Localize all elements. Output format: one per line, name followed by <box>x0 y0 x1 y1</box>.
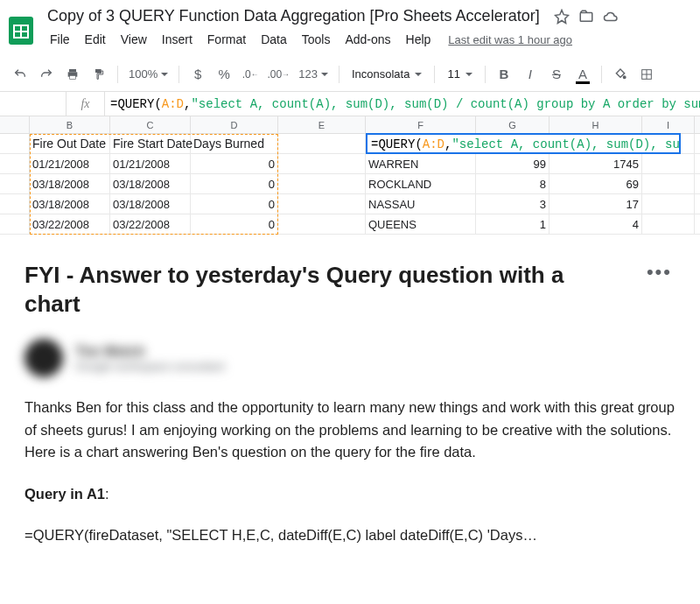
col-header-d[interactable]: D <box>191 116 278 133</box>
italic-button[interactable]: I <box>519 63 542 86</box>
cell[interactable] <box>278 154 366 173</box>
last-edit-link[interactable]: Last edit was 1 hour ago <box>448 33 572 46</box>
cloud-icon[interactable] <box>603 9 619 27</box>
header-cell[interactable]: Fire Out Date <box>30 134 110 153</box>
cell[interactable] <box>642 154 695 173</box>
cell[interactable] <box>278 174 366 193</box>
toolbar-separator <box>601 66 602 83</box>
cell[interactable]: ROCKLAND <box>366 174 476 193</box>
svg-point-9 <box>623 76 626 79</box>
cell[interactable]: 8 <box>476 174 550 193</box>
cell[interactable]: 4 <box>550 214 642 234</box>
cell[interactable]: 0 <box>191 154 278 173</box>
col-header-h[interactable]: H <box>550 116 642 133</box>
chevron-down-icon <box>415 73 422 76</box>
cell[interactable]: 1 <box>476 214 550 234</box>
menu-data[interactable]: Data <box>255 29 293 50</box>
name-box[interactable] <box>0 92 66 116</box>
menu-tools[interactable]: Tools <box>296 29 337 50</box>
move-icon[interactable] <box>578 9 594 27</box>
cell[interactable]: 69 <box>550 174 642 193</box>
cell[interactable]: 1745 <box>550 154 642 173</box>
spreadsheet-grid[interactable]: B C D E F G H I Fire Out Date Fire Start… <box>0 116 700 235</box>
cell[interactable]: 0 <box>191 214 278 234</box>
cell[interactable]: 03/22/2008 <box>110 214 191 234</box>
col-header-e[interactable]: E <box>278 116 366 133</box>
font-size-select[interactable]: 11 <box>442 67 477 81</box>
menu-bar: File Edit View Insert Format Data Tools … <box>44 27 691 55</box>
font-select[interactable]: Inconsolata <box>346 67 428 81</box>
paint-format-button[interactable] <box>88 63 110 86</box>
table-row[interactable]: 03/18/200803/18/20080ROCKLAND869 <box>0 174 700 194</box>
cell[interactable]: 3 <box>476 194 550 214</box>
header-cell[interactable]: Days Burned <box>191 134 278 153</box>
cell[interactable] <box>278 194 366 214</box>
cell[interactable]: 99 <box>476 154 550 173</box>
cell[interactable]: 03/18/2008 <box>110 194 191 214</box>
borders-button[interactable] <box>635 63 658 86</box>
cell[interactable]: NASSAU <box>366 194 476 214</box>
cell[interactable]: WARREN <box>366 154 476 173</box>
formula-input[interactable]: =QUERY(A:D,"select A, count(A), sum(D), … <box>105 97 700 111</box>
active-cell-editor[interactable]: =QUERY(A:D,"select A, count(A), sum(D), … <box>366 133 681 154</box>
print-button[interactable] <box>61 63 84 86</box>
select-all-corner[interactable] <box>0 116 30 133</box>
cell[interactable]: 17 <box>550 194 642 214</box>
more-formats-button[interactable]: 123 <box>295 67 332 81</box>
menu-addons[interactable]: Add-ons <box>339 29 396 50</box>
sheets-logo-icon[interactable] <box>9 15 33 46</box>
currency-button[interactable]: $ <box>186 63 209 86</box>
cell[interactable]: 03/18/2008 <box>110 174 191 193</box>
cell[interactable]: 01/21/2008 <box>110 154 191 173</box>
svg-rect-5 <box>69 69 76 72</box>
avatar[interactable] <box>24 339 63 377</box>
strikethrough-button[interactable]: S <box>545 63 568 86</box>
fx-label: fx <box>66 92 105 116</box>
chevron-down-icon <box>321 73 328 76</box>
chevron-down-icon <box>466 73 472 76</box>
redo-button[interactable] <box>35 63 58 86</box>
decrease-decimal-button[interactable]: .0← <box>239 63 262 86</box>
col-header-b[interactable]: B <box>30 116 110 133</box>
table-row[interactable]: 03/18/200803/18/20080NASSAU317 <box>0 194 700 214</box>
cell[interactable]: 03/22/2008 <box>30 214 110 234</box>
more-options-button[interactable]: ••• <box>643 261 676 284</box>
bold-button[interactable]: B <box>493 63 515 86</box>
cell[interactable] <box>642 214 695 234</box>
toolbar-separator <box>485 66 486 83</box>
cell[interactable]: 0 <box>191 194 278 214</box>
cell[interactable] <box>642 194 695 214</box>
document-title[interactable]: Copy of 3 QUERY Function Data Aggregatio… <box>44 5 543 27</box>
cell[interactable]: 03/18/2008 <box>30 194 110 214</box>
cell[interactable] <box>278 134 366 153</box>
cell[interactable]: QUEENS <box>366 214 476 234</box>
svg-rect-8 <box>95 69 102 73</box>
percent-button[interactable]: % <box>213 63 235 86</box>
article-title: FYI - Answer to yesterday's Query questi… <box>24 261 584 318</box>
menu-insert[interactable]: Insert <box>156 29 199 50</box>
zoom-select[interactable]: 100% <box>125 67 172 81</box>
col-header-f[interactable]: F <box>366 116 476 133</box>
table-row[interactable]: 01/21/200801/21/20080WARREN991745 <box>0 154 700 174</box>
increase-decimal-button[interactable]: .00→ <box>265 63 291 86</box>
col-header-g[interactable]: G <box>476 116 550 133</box>
menu-edit[interactable]: Edit <box>79 29 112 50</box>
cell[interactable] <box>642 174 695 193</box>
col-header-i[interactable]: I <box>642 116 695 133</box>
fill-color-button[interactable] <box>609 63 632 86</box>
cell[interactable]: 03/18/2008 <box>30 174 110 193</box>
undo-button[interactable] <box>9 63 32 86</box>
star-icon[interactable] <box>554 9 570 27</box>
text-color-button[interactable]: A <box>571 63 594 86</box>
cell[interactable] <box>278 214 366 234</box>
cell[interactable]: 01/21/2008 <box>30 154 110 173</box>
menu-help[interactable]: Help <box>400 29 438 50</box>
col-header-c[interactable]: C <box>110 116 191 133</box>
menu-view[interactable]: View <box>115 29 153 50</box>
article-body: Thanks Ben for this class and the opport… <box>24 397 676 464</box>
menu-file[interactable]: File <box>44 29 76 50</box>
header-cell[interactable]: Fire Start Date <box>110 134 191 153</box>
menu-format[interactable]: Format <box>201 29 252 50</box>
cell[interactable]: 0 <box>191 174 278 193</box>
table-row[interactable]: 03/22/200803/22/20080QUEENS14 <box>0 214 700 235</box>
